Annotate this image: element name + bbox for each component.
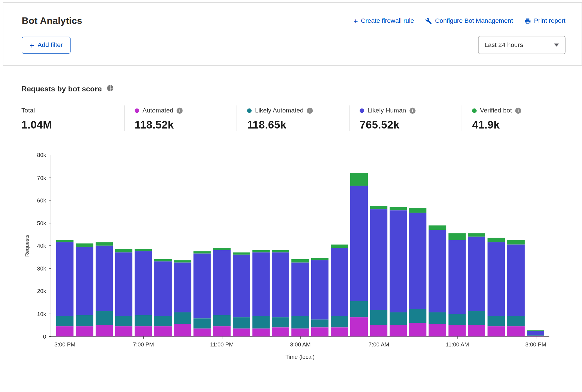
bar-segment[interactable] xyxy=(409,323,427,336)
bar-segment[interactable] xyxy=(174,313,191,324)
bar-500pm[interactable] xyxy=(96,155,113,337)
bar-segment[interactable] xyxy=(56,242,74,316)
bar-segment[interactable] xyxy=(135,315,152,326)
bar-700pm[interactable] xyxy=(135,155,152,337)
bar-segment[interactable] xyxy=(115,316,132,326)
bar-600am[interactable] xyxy=(350,155,368,337)
info-icon[interactable] xyxy=(409,108,415,114)
bar-segment[interactable] xyxy=(429,225,446,230)
bar-100pm[interactable] xyxy=(488,155,505,337)
bar-segment[interactable] xyxy=(468,312,485,325)
bar-segment[interactable] xyxy=(135,326,152,336)
bar-segment[interactable] xyxy=(389,325,407,336)
bar-900am[interactable] xyxy=(409,155,427,337)
bar-segment[interactable] xyxy=(193,251,211,254)
add-filter-button[interactable]: + Add filter xyxy=(22,37,71,53)
bar-800pm[interactable] xyxy=(154,155,172,337)
bar-segment[interactable] xyxy=(389,211,407,313)
bar-segment[interactable] xyxy=(76,247,93,315)
bar-segment[interactable] xyxy=(409,208,427,213)
bar-segment[interactable] xyxy=(429,324,446,336)
bar-segment[interactable] xyxy=(252,316,270,328)
bar-400pm[interactable] xyxy=(76,155,93,337)
bar-100am[interactable] xyxy=(252,155,270,337)
bar-segment[interactable] xyxy=(272,317,289,327)
bar-segment[interactable] xyxy=(115,253,132,316)
bar-segment[interactable] xyxy=(213,248,231,250)
bar-segment[interactable] xyxy=(96,242,113,246)
bar-800am[interactable] xyxy=(389,155,407,337)
bar-segment[interactable] xyxy=(448,325,466,336)
bar-segment[interactable] xyxy=(292,328,309,336)
bar-segment[interactable] xyxy=(76,244,93,247)
bar-segment[interactable] xyxy=(272,253,289,317)
bar-segment[interactable] xyxy=(154,326,172,336)
bar-segment[interactable] xyxy=(115,249,132,253)
bar-segment[interactable] xyxy=(507,245,525,316)
bar-segment[interactable] xyxy=(448,240,466,314)
bar-300pm[interactable] xyxy=(56,155,74,337)
bar-1000am[interactable] xyxy=(429,155,446,337)
info-icon[interactable] xyxy=(307,108,313,114)
bar-segment[interactable] xyxy=(527,331,544,335)
bar-segment[interactable] xyxy=(76,315,93,326)
bar-segment[interactable] xyxy=(311,327,329,336)
bar-segment[interactable] xyxy=(468,233,485,236)
bar-segment[interactable] xyxy=(311,319,329,327)
bar-500am[interactable] xyxy=(331,155,348,337)
bar-1200am[interactable] xyxy=(233,155,250,337)
bar-segment[interactable] xyxy=(154,316,172,326)
bar-300am[interactable] xyxy=(292,155,309,337)
bar-700am[interactable] xyxy=(370,155,387,337)
bar-segment[interactable] xyxy=(350,173,368,185)
bar-segment[interactable] xyxy=(115,326,132,336)
bar-segment[interactable] xyxy=(448,233,466,240)
bar-segment[interactable] xyxy=(233,317,250,328)
bar-segment[interactable] xyxy=(409,309,427,323)
bar-segment[interactable] xyxy=(507,240,525,244)
time-range-select[interactable]: Last 24 hours xyxy=(478,36,566,54)
bar-segment[interactable] xyxy=(193,328,211,336)
bar-segment[interactable] xyxy=(409,213,427,309)
bar-segment[interactable] xyxy=(213,250,231,315)
bar-1100am[interactable] xyxy=(448,155,466,337)
bar-segment[interactable] xyxy=(389,313,407,325)
bar-segment[interactable] xyxy=(252,253,270,316)
bar-1200pm[interactable] xyxy=(468,155,485,337)
bar-segment[interactable] xyxy=(331,245,348,248)
bar-segment[interactable] xyxy=(292,316,309,328)
bar-segment[interactable] xyxy=(350,317,368,337)
bar-segment[interactable] xyxy=(233,328,250,336)
bar-segment[interactable] xyxy=(350,186,368,301)
bar-segment[interactable] xyxy=(193,318,211,328)
bar-segment[interactable] xyxy=(507,326,525,336)
bar-segment[interactable] xyxy=(370,325,387,336)
bar-segment[interactable] xyxy=(154,259,172,262)
bar-segment[interactable] xyxy=(448,314,466,325)
bar-1000pm[interactable] xyxy=(193,155,211,337)
bar-segment[interactable] xyxy=(56,316,74,326)
bar-segment[interactable] xyxy=(213,326,231,336)
bar-segment[interactable] xyxy=(233,253,250,255)
bar-segment[interactable] xyxy=(468,325,485,336)
bar-segment[interactable] xyxy=(174,263,191,313)
bar-segment[interactable] xyxy=(429,313,446,324)
bar-segment[interactable] xyxy=(527,336,544,336)
bar-segment[interactable] xyxy=(174,260,191,263)
bar-segment[interactable] xyxy=(331,248,348,316)
print-report-link[interactable]: Print report xyxy=(524,17,565,25)
bar-segment[interactable] xyxy=(350,301,368,317)
bar-segment[interactable] xyxy=(96,246,113,312)
bar-segment[interactable] xyxy=(56,326,74,336)
bar-segment[interactable] xyxy=(488,316,505,326)
bar-segment[interactable] xyxy=(154,262,172,316)
bar-segment[interactable] xyxy=(488,242,505,316)
bar-segment[interactable] xyxy=(292,259,309,263)
bar-segment[interactable] xyxy=(468,236,485,311)
info-icon[interactable] xyxy=(515,108,521,114)
configure-bot-management-link[interactable]: Configure Bot Management xyxy=(425,17,513,25)
bar-300pm[interactable] xyxy=(527,155,544,337)
bar-segment[interactable] xyxy=(96,325,113,336)
bar-400am[interactable] xyxy=(311,155,329,337)
bar-200pm[interactable] xyxy=(507,155,525,337)
